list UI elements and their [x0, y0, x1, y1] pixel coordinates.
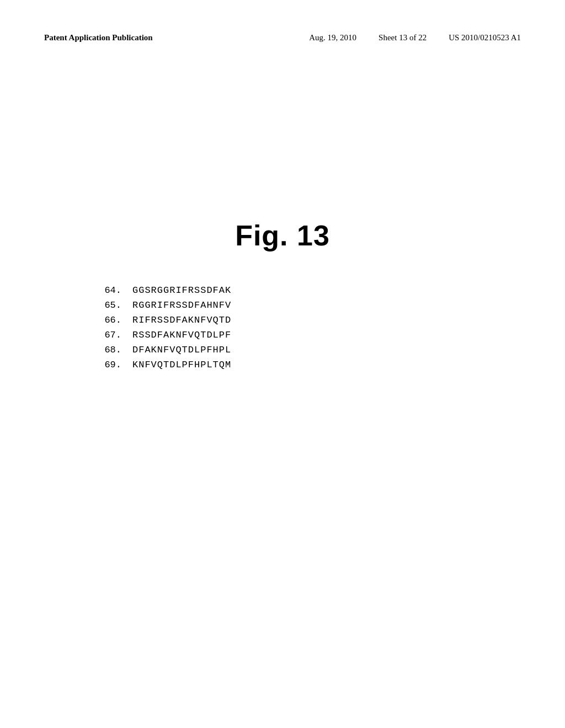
sequence-number-0: 64.: [88, 285, 132, 296]
sequence-row-4: 68.DFAKNFVQTDLPFHPL: [88, 345, 521, 355]
sequence-value-1: RGGRIFRSSDFAHNFV: [132, 300, 231, 311]
page: Patent Application Publication Aug. 19, …: [0, 0, 565, 728]
sequence-list: 64.GGSRGGRIFRSSDFAK65.RGGRIFRSSDFAHNFV66…: [44, 285, 521, 370]
publication-date: Aug. 19, 2010: [309, 33, 356, 42]
header-meta: Aug. 19, 2010 Sheet 13 of 22 US 2010/021…: [309, 33, 521, 42]
patent-number: US 2010/0210523 A1: [449, 33, 521, 42]
sequence-value-0: GGSRGGRIFRSSDFAK: [132, 285, 231, 296]
sequence-row-1: 65.RGGRIFRSSDFAHNFV: [88, 300, 521, 311]
sequence-number-2: 66.: [88, 315, 132, 325]
sequence-value-4: DFAKNFVQTDLPFHPL: [132, 345, 231, 355]
publication-label: Patent Application Publication: [44, 33, 153, 42]
figure-title: Fig. 13: [44, 219, 521, 252]
sequence-value-2: RIFRSSDFAKNFVQTD: [132, 315, 231, 325]
sequence-row-0: 64.GGSRGGRIFRSSDFAK: [88, 285, 521, 296]
sequence-row-5: 69.KNFVQTDLPFHPLTQM: [88, 360, 521, 370]
sequence-value-5: KNFVQTDLPFHPLTQM: [132, 360, 231, 370]
sheet-info: Sheet 13 of 22: [379, 33, 427, 42]
sequence-number-4: 68.: [88, 345, 132, 355]
sequence-number-5: 69.: [88, 360, 132, 370]
sequence-row-2: 66.RIFRSSDFAKNFVQTD: [88, 315, 521, 325]
sequence-number-3: 67.: [88, 330, 132, 340]
page-header: Patent Application Publication Aug. 19, …: [44, 33, 521, 42]
sequence-number-1: 65.: [88, 300, 132, 311]
sequence-value-3: RSSDFAKNFVQTDLPF: [132, 330, 231, 340]
sequence-row-3: 67.RSSDFAKNFVQTDLPF: [88, 330, 521, 340]
figure-title-block: Fig. 13: [44, 219, 521, 252]
